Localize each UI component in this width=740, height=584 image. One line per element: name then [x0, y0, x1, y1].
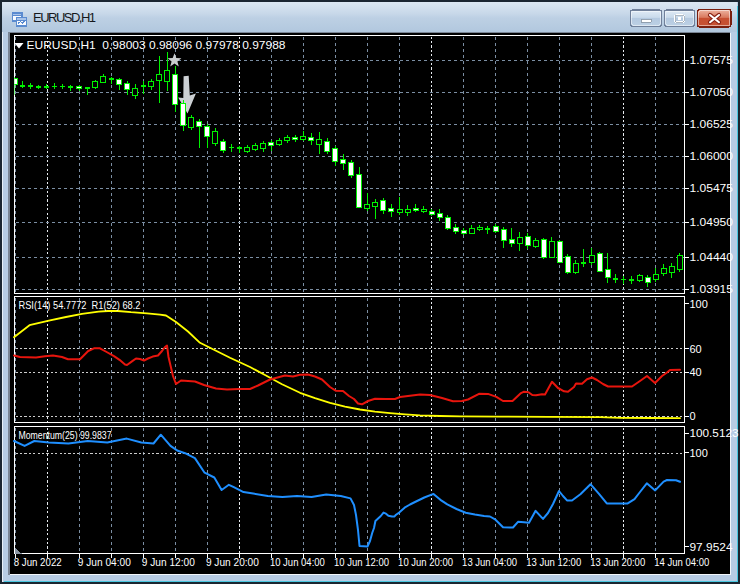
svg-text:0: 0 [690, 410, 696, 422]
svg-text:97.9524: 97.9524 [690, 541, 733, 553]
svg-text:9 Jun 20:00: 9 Jun 20:00 [206, 556, 259, 568]
svg-text:1.06000: 1.06000 [690, 150, 734, 162]
svg-text:RSI(14) 54.7772 R1(52) 68.2: RSI(14) 54.7772 R1(52) 68.2 [19, 299, 141, 311]
svg-text:100: 100 [690, 298, 708, 310]
svg-text:13 Jun 20:00: 13 Jun 20:00 [590, 556, 645, 568]
svg-text:14 Jun 04:00: 14 Jun 04:00 [654, 556, 709, 568]
svg-text:13 Jun 12:00: 13 Jun 12:00 [526, 556, 581, 568]
svg-text:13 Jun 04:00: 13 Jun 04:00 [462, 556, 517, 568]
svg-text:100.5123: 100.5123 [690, 427, 739, 439]
svg-text:Momentum(25) 99.9837: Momentum(25) 99.9837 [19, 429, 112, 441]
svg-text:10 Jun 04:00: 10 Jun 04:00 [270, 556, 325, 568]
svg-text:1.04950: 1.04950 [690, 216, 734, 228]
svg-text:10 Jun 20:00: 10 Jun 20:00 [398, 556, 453, 568]
svg-text:9 Jun 04:00: 9 Jun 04:00 [78, 556, 131, 568]
svg-text:1.07050: 1.07050 [690, 86, 734, 98]
svg-text:EURUSD,H1: EURUSD,H1 [33, 10, 96, 25]
svg-text:9 Jun 12:00: 9 Jun 12:00 [142, 556, 195, 568]
svg-text:10 Jun 12:00: 10 Jun 12:00 [334, 556, 389, 568]
svg-text:1.06525: 1.06525 [690, 118, 734, 130]
svg-text:1.05475: 1.05475 [690, 182, 734, 194]
svg-text:8 Jun 2022: 8 Jun 2022 [14, 556, 62, 568]
svg-text:EURUSD,H1 0.98003 0.98096 0.9: EURUSD,H1 0.98003 0.98096 0.97978 0.9798… [27, 39, 286, 51]
svg-text:60: 60 [690, 343, 702, 355]
svg-text:40: 40 [690, 366, 702, 378]
svg-text:1.07575: 1.07575 [690, 54, 734, 66]
svg-text:100: 100 [690, 447, 708, 459]
svg-text:1.03915: 1.03915 [690, 283, 734, 295]
svg-text:1.04440: 1.04440 [690, 251, 734, 263]
